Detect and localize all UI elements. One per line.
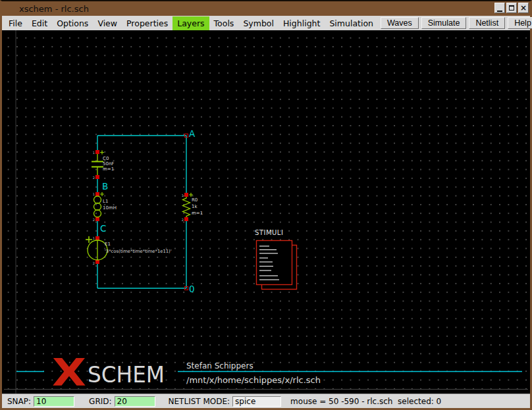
snap-input[interactable] xyxy=(34,396,74,407)
pin-number: 1 xyxy=(182,193,184,197)
schematic-canvas[interactable]: 1 2 C0 50nF m=1 1 2 L1 10mH xyxy=(2,30,530,394)
simulate-button[interactable]: Simulate xyxy=(421,17,467,29)
minimize-button[interactable] xyxy=(494,3,505,13)
grid-input[interactable] xyxy=(115,396,155,407)
author-text: Stefan Schippers xyxy=(186,361,253,371)
menu-file[interactable]: File xyxy=(4,16,27,30)
mouse-status-text: mouse = 50 -590 - rlc.sch selected: 0 xyxy=(290,397,441,406)
netlist-mode-label: NETLIST MODE: xyxy=(169,397,230,406)
close-button[interactable]: × xyxy=(518,3,529,13)
pin-number: 2 xyxy=(182,218,184,222)
menu-layers[interactable]: Layers xyxy=(173,16,209,30)
pin-number: 1 xyxy=(93,151,95,155)
file-path-text: /mnt/x/home/schippes/x/rlc.sch xyxy=(186,375,321,385)
maximize-icon xyxy=(509,5,514,11)
pin-number: 1 xyxy=(93,192,95,196)
capacitor-name[interactable]: C0 xyxy=(103,156,109,161)
polarity-plus-icon xyxy=(86,236,92,243)
net-label-c[interactable]: C xyxy=(100,223,106,234)
netlist-mode-input[interactable] xyxy=(232,396,281,407)
waves-button[interactable]: Waves xyxy=(381,17,419,29)
capacitor-symbol[interactable]: 1 2 C0 50nF m=1 xyxy=(92,151,114,180)
pin-number: 2 xyxy=(93,261,95,265)
stimuli-component[interactable]: STIMULI xyxy=(255,229,297,290)
statusbar: SNAP: GRID: NETLIST MODE: mouse = 50 -59… xyxy=(2,394,530,408)
window-controls: × xyxy=(493,3,529,13)
maximize-button[interactable] xyxy=(506,3,517,13)
resistor-value[interactable]: 1k xyxy=(192,204,198,209)
menu-highlight[interactable]: Highlight xyxy=(279,16,325,30)
inductor-symbol[interactable]: 1 2 L1 10mH xyxy=(93,192,117,222)
wires[interactable] xyxy=(97,136,186,288)
help-button[interactable]: Help xyxy=(508,17,532,29)
capacitor-value[interactable]: 50nF xyxy=(103,161,114,167)
inductor-value[interactable]: 10mH xyxy=(103,205,117,211)
polarity-plus-icon xyxy=(100,192,104,196)
pin-number: 2 xyxy=(93,218,95,222)
net-label-gnd[interactable]: 0 xyxy=(189,284,195,294)
net-label-b[interactable]: B xyxy=(102,181,108,192)
titlebar[interactable]: xschem - rlc.sch × xyxy=(2,1,530,16)
grid-label: GRID: xyxy=(89,397,111,406)
source-value[interactable]: '3*cos(time*time*time*1e11)' xyxy=(105,249,172,254)
resistor-mult[interactable]: m=1 xyxy=(192,211,203,216)
net-label-a[interactable]: A xyxy=(189,128,196,139)
logo-schem: SCHEM xyxy=(88,362,165,388)
menu-edit[interactable]: Edit xyxy=(27,16,52,30)
resistor-name[interactable]: R0 xyxy=(192,197,198,203)
xschem-window: xschem - rlc.sch × File Edit Options Vie… xyxy=(0,0,532,410)
menu-symbol[interactable]: Symbol xyxy=(238,16,279,30)
close-icon: × xyxy=(520,5,527,11)
menu-tools[interactable]: Tools xyxy=(209,16,239,30)
inductor-name[interactable]: L1 xyxy=(103,199,108,204)
menu-view[interactable]: View xyxy=(93,16,122,30)
menu-options[interactable]: Options xyxy=(52,16,93,30)
logo-x: X xyxy=(52,351,86,394)
menubar: File Edit Options View Properties Layers… xyxy=(2,16,530,30)
snap-label: SNAP: xyxy=(7,397,31,406)
polarity-plus-icon xyxy=(189,193,193,197)
pin-number: 1 xyxy=(93,236,95,240)
capacitor-mult[interactable]: m=1 xyxy=(103,167,114,172)
net-labels: A B C 0 xyxy=(100,128,196,294)
sheet-footer: X SCHEM Stefan Schippers /mnt/x/home/sch… xyxy=(16,351,522,394)
schematic-drawing: 1 2 C0 50nF m=1 1 2 L1 10mH xyxy=(2,30,530,394)
minimize-icon xyxy=(497,5,502,12)
source-name[interactable]: E1 xyxy=(105,242,111,247)
stimuli-label[interactable]: STIMULI xyxy=(255,229,283,236)
pin-number: 2 xyxy=(93,176,95,180)
netlist-button[interactable]: Netlist xyxy=(469,17,505,29)
menu-simulation[interactable]: Simulation xyxy=(325,16,378,30)
stimuli-front-sheet xyxy=(257,241,292,285)
menu-properties[interactable]: Properties xyxy=(122,16,173,30)
window-title: xschem - rlc.sch xyxy=(19,4,89,14)
polarity-plus-icon xyxy=(100,151,104,155)
